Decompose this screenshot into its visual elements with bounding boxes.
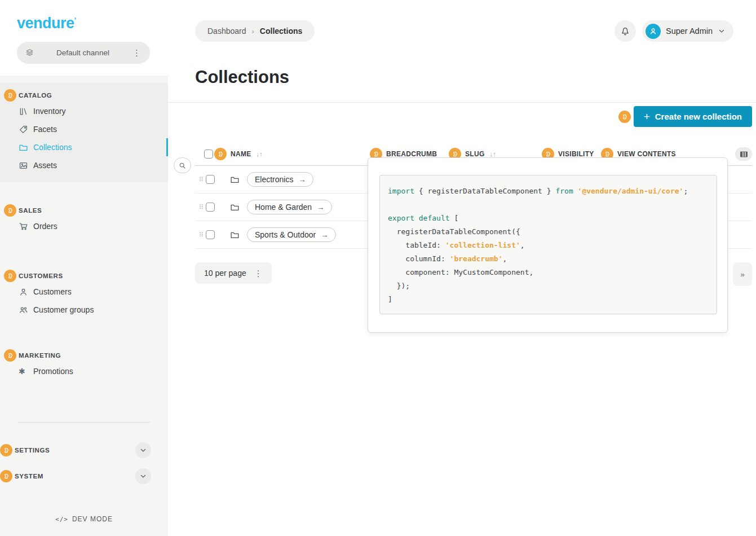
user-icon [19, 287, 28, 297]
sidebar: vendureʼ Default channel ⋮ CATALOG Inven… [0, 0, 168, 536]
row-checkbox[interactable] [206, 203, 215, 212]
sidebar-item-label: Customers [33, 287, 72, 296]
expand-section-button[interactable] [135, 468, 151, 484]
folder-icon [230, 230, 240, 240]
drag-handle[interactable]: ⠿ [199, 204, 206, 211]
items-per-page-button[interactable]: 10 per page ⋮ [195, 262, 272, 284]
breadcrumb-item-collections[interactable]: Collections [260, 27, 302, 36]
column-label: BREADCRUMB [386, 150, 437, 158]
column-label: VISIBILITY [558, 150, 594, 158]
sidebar-item-promotions[interactable]: ✱ Promotions [0, 362, 168, 380]
create-button-label: Create new collection [655, 112, 742, 121]
topbar: Dashboard›Collections Super Admin [168, 0, 756, 42]
collection-chip-home-garden[interactable]: Home & Garden → [247, 200, 332, 214]
users-icon [19, 305, 28, 315]
layers-icon [25, 48, 34, 58]
collection-chip-sports-outdoor[interactable]: Sports & Outdoor → [247, 227, 336, 242]
sidebar-item-facets[interactable]: Facets [0, 120, 168, 138]
dev-mode-badge[interactable] [4, 349, 16, 362]
section-header-catalog: CATALOG [0, 89, 168, 102]
sidebar-divider [18, 422, 150, 423]
section-label: CATALOG [19, 92, 52, 99]
sidebar-item-label: Collections [33, 143, 72, 152]
row-checkbox[interactable] [206, 175, 215, 184]
search-button[interactable] [174, 157, 191, 173]
column-settings-button[interactable] [735, 147, 752, 161]
section-header-sales: SALES [0, 204, 168, 217]
dev-mode-footer[interactable]: </>DEV MODE [0, 515, 168, 523]
folder-icon [230, 175, 240, 184]
sidebar-item-collections[interactable]: Collections [0, 138, 168, 156]
notifications-button[interactable] [614, 20, 636, 42]
code-line: export default [ [388, 212, 709, 225]
tag-icon [19, 125, 28, 134]
collection-chip-electronics[interactable]: Electronics → [247, 172, 313, 187]
section-label: CUSTOMERS [19, 273, 63, 279]
per-page-label: 10 per page [204, 269, 246, 278]
sidebar-item-label: Inventory [33, 107, 66, 116]
user-menu[interactable]: Super Admin [642, 20, 733, 42]
bell-icon [620, 26, 630, 36]
dev-mode-badge[interactable] [4, 204, 16, 217]
code-line: }); [388, 279, 709, 293]
channel-label: Default channel [34, 49, 131, 57]
plus-icon: + [644, 111, 650, 123]
dev-mode-badge[interactable] [214, 148, 227, 160]
collection-name: Sports & Outdoor [255, 230, 316, 239]
select-all-checkbox[interactable] [204, 150, 213, 159]
sidebar-top: vendureʼ Default channel ⋮ [0, 0, 168, 76]
dev-mode-badge[interactable] [4, 89, 16, 102]
drag-handle[interactable]: ⠿ [199, 176, 206, 183]
asterisk-icon: ✱ [19, 367, 28, 376]
section-header-marketing: MARKETING [0, 349, 168, 362]
dev-mode-label: DEV MODE [72, 515, 113, 523]
expand-section-button[interactable] [135, 442, 151, 458]
dev-mode-badge[interactable] [0, 470, 12, 482]
kebab-menu-icon[interactable]: ⋮ [253, 269, 264, 278]
sort-icon[interactable]: ↓↑ [257, 151, 263, 157]
topbar-right: Super Admin [614, 20, 733, 42]
breadcrumb-item-dashboard[interactable]: Dashboard [207, 27, 246, 36]
code-line [388, 198, 709, 212]
sidebar-item-customers[interactable]: Customers [0, 283, 168, 301]
cart-icon [19, 222, 28, 231]
row-checkbox[interactable] [206, 230, 215, 239]
folder-icon [19, 143, 28, 152]
code-brackets-icon: </> [55, 516, 68, 523]
section-label: SALES [19, 207, 42, 214]
image-icon [19, 161, 28, 170]
sort-icon[interactable]: ↓↑ [490, 151, 497, 157]
sidebar-item-assets[interactable]: Assets [0, 156, 168, 174]
sidebar-section-system[interactable]: SYSTEM [0, 468, 151, 484]
arrow-right-icon: → [298, 175, 306, 184]
section-header-customers: CUSTOMERS [0, 269, 168, 283]
sidebar-item-inventory[interactable]: Inventory [0, 102, 168, 120]
dev-mode-badge[interactable] [0, 444, 12, 456]
dev-mode-badge[interactable] [4, 270, 16, 282]
collection-name: Electronics [255, 175, 293, 184]
code-line: tableId: 'collection-list', [388, 239, 709, 252]
sidebar-item-customer-groups[interactable]: Customer groups [0, 301, 168, 319]
code-line: component: MyCustomComponent, [388, 266, 709, 279]
folder-icon [230, 203, 240, 212]
sidebar-section-settings[interactable]: SETTINGS [0, 442, 151, 458]
dev-mode-badge[interactable] [618, 111, 631, 123]
search-icon [178, 161, 187, 170]
create-new-collection-button[interactable]: + Create new collection [634, 106, 752, 127]
channel-switcher[interactable]: Default channel ⋮ [17, 42, 150, 64]
code-line: registerDataTableComponent({ [388, 225, 709, 239]
column-label: VIEW CONTENTS [617, 150, 676, 158]
avatar [646, 24, 661, 39]
user-name: Super Admin [666, 27, 713, 36]
sidebar-item-label: Facets [33, 125, 57, 134]
nav-section-catalog: CATALOG Inventory Facets Collections Ass… [0, 83, 168, 182]
sidebar-item-orders[interactable]: Orders [0, 217, 168, 235]
drag-handle[interactable]: ⠿ [199, 231, 206, 239]
columns-icon [740, 151, 748, 158]
dev-mode-popup: import { registerDataTableComponent } fr… [368, 157, 728, 333]
kebab-menu-icon[interactable]: ⋮ [131, 49, 142, 57]
sidebar-item-label: Orders [33, 222, 58, 231]
sidebar-item-label: Promotions [33, 367, 73, 376]
column-header-name[interactable]: NAME↓↑ [214, 148, 370, 160]
next-page-button[interactable]: » [733, 262, 752, 286]
